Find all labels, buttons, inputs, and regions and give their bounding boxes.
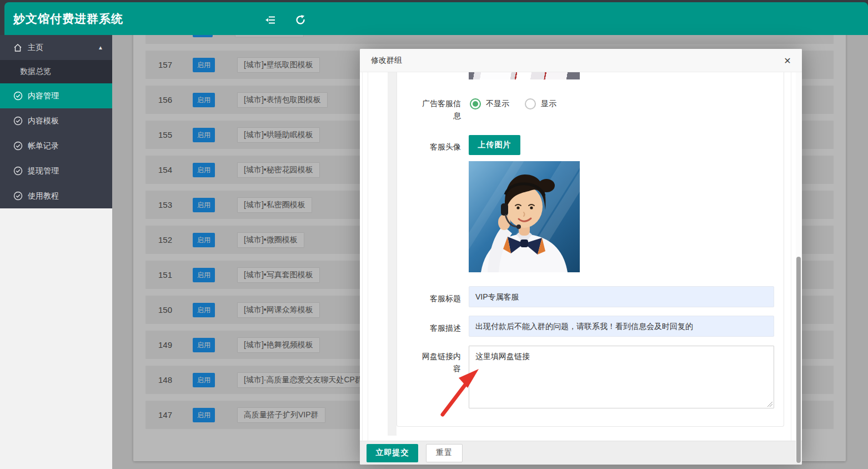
divider bbox=[362, 72, 363, 441]
menu-toggle-icon[interactable] bbox=[263, 13, 278, 27]
check-circle-icon bbox=[12, 166, 23, 177]
refresh-icon[interactable] bbox=[293, 13, 308, 27]
field-label-ad-service: 广告客服信息 bbox=[419, 97, 461, 122]
sidebar-subitem-label: 数据总览 bbox=[20, 67, 51, 77]
sidebar-item-withdraw[interactable]: 提现管理 bbox=[0, 158, 112, 183]
radio-label[interactable]: 不显示 bbox=[486, 99, 509, 109]
modal-titlebar: 修改群组 ✕ bbox=[360, 49, 802, 72]
upload-image-button[interactable]: 上传图片 bbox=[469, 135, 520, 155]
divider bbox=[791, 72, 791, 441]
edit-group-modal: 修改群组 ✕ 广告客服信息 不显示 显示 客服头像 上传图片 bbox=[360, 49, 802, 465]
service-title-input[interactable]: VIP专属客服 bbox=[469, 286, 774, 307]
sidebar-item-content-template[interactable]: 内容模板 bbox=[0, 108, 112, 133]
modal-footer: 立即提交 重置 bbox=[360, 441, 802, 465]
sidebar-item-label: 使用教程 bbox=[28, 191, 59, 201]
sidebar-item-label: 帐单记录 bbox=[28, 141, 59, 151]
app-title: 妙文馆付费进群系统 bbox=[13, 11, 123, 27]
customer-service-photo bbox=[469, 161, 580, 272]
check-circle-icon bbox=[12, 116, 23, 127]
close-icon[interactable]: ✕ bbox=[782, 55, 793, 66]
resize-handle-icon[interactable] bbox=[767, 401, 772, 407]
submit-button[interactable]: 立即提交 bbox=[367, 444, 418, 462]
chevron-up-icon[interactable]: ▲ bbox=[98, 44, 103, 51]
app-root: 妙文馆付费进群系统 主页 ▲ bbox=[0, 0, 868, 469]
inner-scroll-track[interactable] bbox=[388, 72, 397, 436]
sidebar-item-label: 内容管理 bbox=[28, 91, 59, 101]
check-circle-icon bbox=[12, 91, 23, 102]
sidebar-item-content-manage[interactable]: 内容管理 bbox=[0, 83, 112, 108]
sidebar-item-label: 提现管理 bbox=[28, 166, 59, 176]
field-label-service-desc: 客服描述 bbox=[419, 322, 461, 334]
service-desc-input[interactable]: 出现付款后不能入群的问题，请联系我！看到信息会及时回复的 bbox=[469, 316, 774, 337]
sidebar: 主页 ▲ 数据总览 内容管理 内容模板 bbox=[0, 35, 112, 469]
reset-button[interactable]: 重置 bbox=[426, 444, 463, 462]
netdisk-textarea[interactable]: 这里填网盘链接 bbox=[469, 346, 774, 408]
modal-scrollbar[interactable] bbox=[796, 72, 801, 462]
app-header: 妙文馆付费进群系统 bbox=[4, 2, 868, 35]
check-circle-icon bbox=[12, 141, 23, 152]
modal-title: 修改群组 bbox=[371, 56, 402, 66]
previous-image-bottom-edge bbox=[469, 72, 580, 79]
netdisk-text: 这里填网盘链接 bbox=[475, 352, 530, 361]
form-panel: 广告客服信息 不显示 显示 客服头像 上传图片 bbox=[397, 72, 784, 427]
sidebar-item-billing[interactable]: 帐单记录 bbox=[0, 133, 112, 158]
sidebar-item-home[interactable]: 主页 ▲ bbox=[0, 35, 112, 60]
radio-selected-icon[interactable] bbox=[470, 98, 481, 109]
sidebar-item-label: 内容模板 bbox=[28, 116, 59, 126]
sidebar-item-data-overview[interactable]: 数据总览 bbox=[0, 60, 112, 83]
scrollbar-thumb[interactable] bbox=[796, 257, 801, 463]
field-label-avatar: 客服头像 bbox=[419, 141, 461, 153]
divider bbox=[368, 72, 368, 441]
check-circle-icon bbox=[12, 191, 23, 202]
field-label-service-title: 客服标题 bbox=[419, 292, 461, 305]
sidebar-item-label: 主页 bbox=[28, 43, 43, 53]
field-label-netdisk: 网盘链接内容 bbox=[419, 350, 461, 375]
modal-body: 广告客服信息 不显示 显示 客服头像 上传图片 bbox=[360, 72, 802, 441]
home-icon bbox=[12, 42, 23, 53]
ad-service-radio-group: 不显示 显示 bbox=[470, 97, 556, 111]
radio-label[interactable]: 显示 bbox=[541, 99, 556, 109]
radio-unselected-icon[interactable] bbox=[525, 98, 536, 109]
sidebar-item-tutorial[interactable]: 使用教程 bbox=[0, 183, 112, 208]
